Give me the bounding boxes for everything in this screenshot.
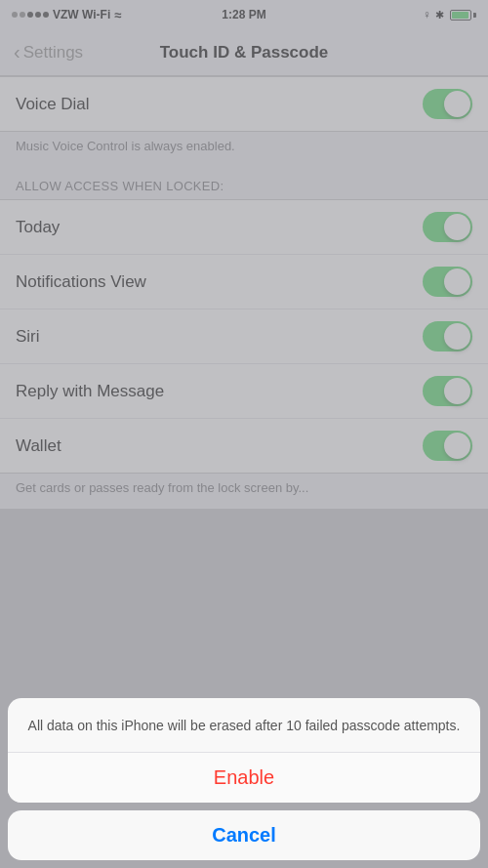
enable-button[interactable]: Enable: [8, 753, 480, 803]
alert-message-box: All data on this iPhone will be erased a…: [8, 698, 480, 753]
alert-container: All data on this iPhone will be erased a…: [0, 698, 488, 868]
enable-label: Enable: [214, 766, 274, 789]
cancel-label: Cancel: [212, 824, 276, 846]
alert-box: All data on this iPhone will be erased a…: [8, 698, 480, 803]
cancel-button[interactable]: Cancel: [8, 810, 480, 860]
alert-message-text: All data on this iPhone will be erased a…: [28, 718, 461, 733]
